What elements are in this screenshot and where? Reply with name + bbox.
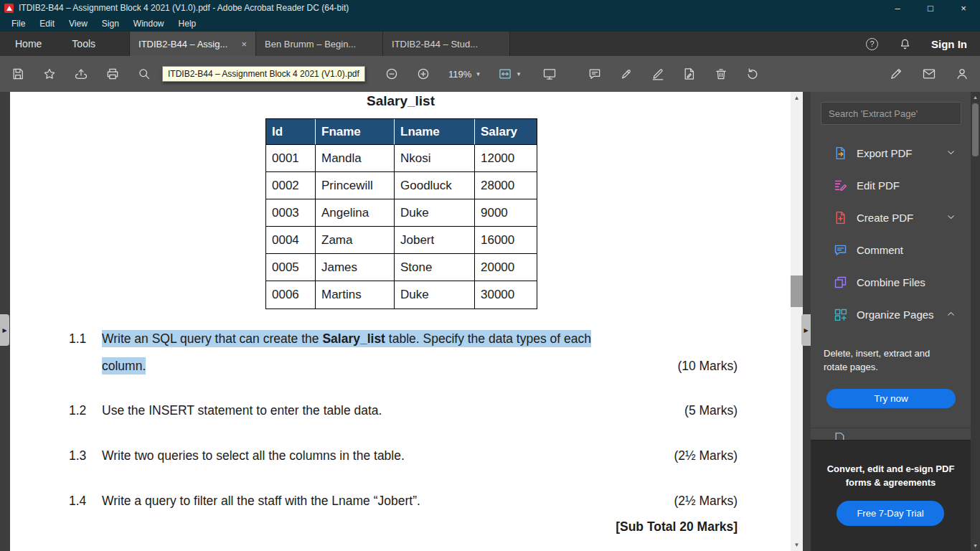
fill-sign-pen-button[interactable] <box>885 63 907 85</box>
cell: 28000 <box>475 172 537 199</box>
chevron-up-icon[interactable] <box>946 309 956 321</box>
left-pane-strip: ▶ <box>0 92 10 551</box>
tool-export-pdf[interactable]: Export PDF <box>811 137 971 169</box>
question-number: 1.3 <box>69 442 102 469</box>
edit-pdf-icon <box>832 178 848 194</box>
scroll-up-arrow-icon[interactable]: ▲ <box>791 92 803 104</box>
zoom-out-button[interactable] <box>381 63 402 85</box>
chevron-down-icon[interactable] <box>946 212 956 225</box>
undo-rotate-button[interactable] <box>742 63 763 85</box>
cell: 0005 <box>266 254 316 281</box>
tool-comment[interactable]: Comment <box>811 234 971 266</box>
help-icon[interactable]: ? <box>866 38 878 50</box>
chevron-down-icon[interactable]: ▾ <box>517 70 521 77</box>
question-marks: (2½ Marks) <box>674 442 738 469</box>
pane-toggle-arrow-icon: ▶ <box>804 327 808 334</box>
tool-edit-pdf[interactable]: Edit PDF <box>811 169 971 202</box>
minus-circle-icon <box>385 67 399 81</box>
highlight-tool-button[interactable] <box>616 63 637 85</box>
speech-bubble-icon <box>588 67 602 81</box>
cell: Duke <box>395 281 475 309</box>
tools-pane-toggle[interactable]: ▶ <box>801 314 811 346</box>
tool-organize-pages[interactable]: Organize Pages <box>811 298 971 331</box>
tab-close-icon[interactable]: × <box>241 39 247 50</box>
tool-label: Organize Pages <box>857 309 934 321</box>
menu-edit[interactable]: Edit <box>32 16 62 32</box>
scroll-down-arrow-icon[interactable]: ▼ <box>971 541 980 550</box>
toolbar: ITDIB2-B44 – Assignment Block 4 2021 (V1… <box>0 56 980 92</box>
cell: Princewill <box>316 172 395 199</box>
minimize-button[interactable]: – <box>881 0 914 16</box>
page-fit-button[interactable] <box>494 63 516 85</box>
question-text-bold: Salary_list <box>322 331 385 346</box>
subtotal-text: [Sub Total 20 Marks] <box>69 513 738 540</box>
menu-help[interactable]: Help <box>171 16 204 32</box>
scrollbar-thumb[interactable] <box>972 103 979 156</box>
rotate-arrow-icon <box>745 67 760 81</box>
content-area: ▶ Salary_list Id Fname Lname Salary 0001… <box>0 92 980 551</box>
cell: James <box>316 254 395 281</box>
tabbar: Home Tools ITDIB2-B44 – Assig... × Ben B… <box>0 32 980 56</box>
close-button[interactable]: × <box>947 0 980 16</box>
menu-window[interactable]: Window <box>126 16 171 32</box>
promo-heading: Convert, edit and e-sign PDF forms & agr… <box>811 462 971 489</box>
cell: Mandla <box>316 145 395 172</box>
scroll-up-arrow-icon[interactable]: ▲ <box>971 93 980 102</box>
tab-home[interactable]: Home <box>0 32 57 56</box>
chevron-down-icon[interactable] <box>946 147 956 160</box>
cell: Jobert <box>395 227 475 254</box>
try-now-button[interactable]: Try now <box>826 389 956 408</box>
reading-mode-button[interactable] <box>539 63 560 85</box>
tool-create-pdf[interactable]: Create PDF <box>811 202 971 234</box>
tools-panel: Export PDF Edit PDF Create PDF <box>811 92 971 551</box>
window-controls: – □ × <box>881 0 980 16</box>
print-button[interactable] <box>102 63 123 85</box>
tab-tools[interactable]: Tools <box>57 32 110 56</box>
account-button[interactable] <box>951 63 973 85</box>
search-icon <box>137 67 151 81</box>
cell: 0006 <box>266 281 316 309</box>
person-icon <box>955 67 969 81</box>
question-number: 1.4 <box>69 487 102 514</box>
notifications-bell-icon[interactable] <box>897 37 912 51</box>
trial-promo-panel: Convert, edit and e-sign PDF forms & agr… <box>811 440 971 551</box>
tool-label: Edit PDF <box>857 179 900 192</box>
share-button[interactable] <box>70 63 92 85</box>
selected-text-highlight: column. <box>102 357 146 375</box>
document-tab-3[interactable]: ITDIB2-B44 – Stud... <box>383 32 510 56</box>
sign-in-button[interactable]: Sign In <box>931 38 967 50</box>
zoom-in-button[interactable] <box>413 63 434 85</box>
tools-search-input[interactable] <box>821 102 961 125</box>
find-button[interactable] <box>133 63 155 85</box>
tool-label: Comment <box>857 244 903 256</box>
sidebar-scrollbar[interactable]: ▲ ▼ <box>971 92 980 551</box>
menu-sign[interactable]: Sign <box>95 16 126 32</box>
menu-view[interactable]: View <box>62 16 95 32</box>
save-button[interactable] <box>7 63 29 85</box>
left-pane-toggle[interactable]: ▶ <box>0 314 9 346</box>
send-email-button[interactable] <box>918 63 940 85</box>
favorites-star-button[interactable] <box>39 63 60 85</box>
titlebar: ITDIB2-B44 – Assignment Block 4 2021 (V1… <box>0 0 980 16</box>
comment-tool-button[interactable] <box>584 63 606 85</box>
question-1-3: 1.3 Write two queries to select all the … <box>69 442 738 469</box>
zoom-level-dropdown[interactable]: 119% ▾ <box>444 69 484 80</box>
maximize-button[interactable]: □ <box>914 0 947 16</box>
fountain-pen-icon <box>889 67 903 81</box>
cell: 0002 <box>266 172 316 199</box>
scrollbar-thumb[interactable] <box>791 276 803 307</box>
fill-sign-button[interactable] <box>679 63 700 85</box>
delete-pages-button[interactable] <box>710 63 732 85</box>
sign-tool-button[interactable] <box>647 63 669 85</box>
document-tab-1[interactable]: ITDIB2-B44 – Assig... × <box>129 32 256 56</box>
tool-combine-files[interactable]: Combine Files <box>811 266 971 298</box>
scroll-down-arrow-icon[interactable]: ▼ <box>791 539 803 551</box>
col-header: Lname <box>395 119 475 145</box>
menu-file[interactable]: File <box>4 16 32 32</box>
document-pen-icon <box>682 67 697 81</box>
question-1-1: 1.1 Write an SQL query that can create t… <box>69 325 738 380</box>
tools-sidebar: Export PDF Edit PDF Create PDF <box>811 92 980 551</box>
document-tab-2[interactable]: Ben Brumm – Begin... <box>256 32 383 56</box>
question-1-2: 1.2 Use the INSERT statement to enter th… <box>69 397 738 424</box>
free-trial-button[interactable]: Free 7-Day Trial <box>837 501 944 526</box>
